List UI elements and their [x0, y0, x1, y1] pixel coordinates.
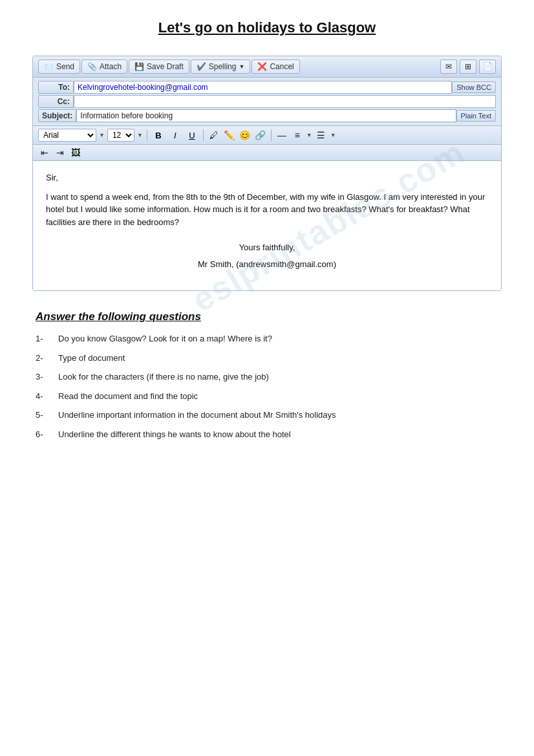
- email-toolbar: 📨 Send 📎 Attach 💾 Save Draft ✔️ Spelling…: [33, 56, 501, 78]
- cc-input[interactable]: [74, 95, 496, 108]
- question-number: 2-: [36, 352, 58, 365]
- spelling-button[interactable]: ✔️ Spelling ▼: [191, 59, 251, 74]
- divider-2: [203, 129, 204, 141]
- email-salutation: Sir,: [46, 171, 488, 184]
- subject-field-row: Subject: Plain Text: [38, 109, 496, 122]
- question-number: 3-: [36, 371, 58, 383]
- question-text: Do you know Glasgow? Look for it on a ma…: [58, 332, 272, 345]
- format-toolbar: Arial ▼ 12 ▼ B I U 🖊 ✏️ 😊 🔗 — ≡ ▼ ☰ ▼: [33, 126, 501, 145]
- size-dropdown-icon: ▼: [137, 132, 143, 138]
- toolbar-right-icons: ✉ ⊞ 📄: [440, 59, 496, 74]
- questions-section: Answer the following questions 1-Do you …: [32, 310, 502, 440]
- email-client: 📨 Send 📎 Attach 💾 Save Draft ✔️ Spelling…: [32, 56, 502, 291]
- question-item: 2-Type of document: [36, 352, 498, 365]
- highlight-icon[interactable]: ✏️: [223, 129, 236, 141]
- format-toolbar2: ⇤ ⇥ 🖼: [33, 145, 501, 161]
- attachment-small-icon[interactable]: 📄: [479, 59, 496, 74]
- spelling-icon: ✔️: [197, 62, 206, 71]
- line-icon[interactable]: —: [275, 129, 288, 141]
- question-number: 6-: [36, 428, 58, 441]
- question-item: 5-Underline important information in the…: [36, 409, 498, 422]
- email-signature: Mr Smith, (andrewsmith@gmail.com): [46, 258, 488, 271]
- question-number: 1-: [36, 332, 58, 345]
- question-item: 6-Underline the different things he want…: [36, 428, 498, 441]
- send-button[interactable]: 📨 Send: [38, 59, 80, 74]
- question-text: Underline the different things he wants …: [58, 428, 291, 441]
- to-field-row: To: Show BCC: [38, 81, 496, 94]
- bold-button[interactable]: B: [151, 129, 166, 142]
- question-item: 4-Read the document and find the topic: [36, 390, 498, 403]
- to-label: To:: [38, 81, 74, 94]
- save-draft-icon: 💾: [134, 62, 144, 71]
- plain-text-button[interactable]: Plain Text: [456, 110, 497, 122]
- send-icon: 📨: [44, 62, 54, 71]
- indent-right-icon[interactable]: ⇥: [54, 147, 67, 158]
- cc-label: Cc:: [38, 95, 74, 108]
- page-title: Let's go on holidays to Glasgow: [32, 19, 502, 36]
- save-draft-button[interactable]: 💾 Save Draft: [129, 59, 189, 74]
- envelope-icon[interactable]: ✉: [440, 59, 457, 74]
- link-icon[interactable]: 🔗: [254, 129, 267, 141]
- cancel-button[interactable]: ❌ Cancel: [251, 59, 299, 74]
- align-dropdown-icon: ▼: [306, 132, 312, 138]
- list-icon[interactable]: ☰: [315, 129, 328, 141]
- attach-icon: 📎: [87, 62, 97, 71]
- subject-input[interactable]: [76, 109, 456, 122]
- email-fields: To: Show BCC Cc: Subject: Plain Text: [33, 78, 501, 126]
- divider-3: [271, 129, 272, 141]
- question-text: Type of document: [58, 352, 125, 365]
- font-dropdown-icon: ▼: [99, 132, 105, 138]
- list-dropdown-icon: ▼: [330, 132, 336, 138]
- email-paragraph: I want to spend a week end, from the 8th…: [46, 191, 488, 229]
- question-text: Read the document and find the topic: [58, 390, 198, 403]
- italic-button[interactable]: I: [168, 129, 182, 142]
- emoji-icon[interactable]: 😊: [239, 129, 251, 141]
- question-number: 4-: [36, 390, 58, 403]
- attach-button[interactable]: 📎 Attach: [81, 59, 127, 74]
- question-item: 3-Look for the characters (if there is n…: [36, 371, 498, 383]
- question-list: 1-Do you know Glasgow? Look for it on a …: [36, 332, 498, 440]
- spelling-dropdown-icon: ▼: [239, 63, 244, 70]
- question-item: 1-Do you know Glasgow? Look for it on a …: [36, 332, 498, 345]
- subject-label: Subject:: [38, 109, 76, 122]
- font-color-icon[interactable]: 🖊: [208, 129, 220, 141]
- divider-1: [147, 129, 147, 141]
- email-body: eslprintables.com Sir, I want to spend a…: [33, 161, 501, 290]
- options-icon[interactable]: ⊞: [460, 59, 476, 74]
- align-icon[interactable]: ≡: [291, 129, 304, 141]
- email-closing: Yours faithfully,: [46, 241, 488, 254]
- question-text: Underline important information in the d…: [58, 409, 336, 422]
- questions-title: Answer the following questions: [36, 310, 498, 323]
- indent-left-icon[interactable]: ⇤: [38, 147, 51, 158]
- cc-field-row: Cc:: [38, 95, 496, 108]
- image-icon[interactable]: 🖼: [69, 147, 82, 158]
- to-input[interactable]: [74, 81, 452, 94]
- size-selector[interactable]: 12: [107, 129, 134, 142]
- question-number: 5-: [36, 409, 58, 422]
- font-selector[interactable]: Arial: [38, 129, 96, 142]
- question-text: Look for the characters (if there is no …: [58, 371, 269, 383]
- underline-button[interactable]: U: [185, 129, 199, 142]
- show-bcc-button[interactable]: Show BCC: [452, 81, 496, 93]
- cancel-icon: ❌: [257, 62, 267, 71]
